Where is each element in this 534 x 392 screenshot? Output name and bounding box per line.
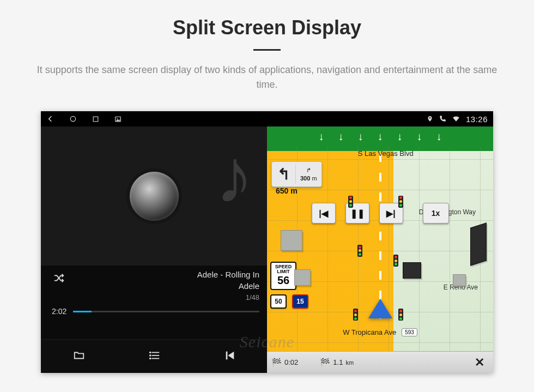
album-art: ♪ xyxy=(41,126,267,266)
traffic-light-icon xyxy=(398,196,403,208)
playlist-button[interactable] xyxy=(135,345,174,368)
recents-icon[interactable] xyxy=(92,116,99,123)
wifi-icon xyxy=(452,115,460,123)
distance-value: 1.1 xyxy=(333,358,343,366)
svg-point-3 xyxy=(117,118,118,119)
lane-arrow-icon: ↓ xyxy=(417,130,422,143)
distance-unit: km xyxy=(345,359,354,366)
svg-rect-1 xyxy=(93,117,98,122)
street-label: W Tropicana Ave xyxy=(343,328,396,336)
shuffle-icon[interactable] xyxy=(52,272,66,286)
navigation-pane[interactable]: ↓ ↓ ↓ ↓ ↓ ↓ ↓ S Las Vegas Blvd Duke Elli… xyxy=(267,126,493,373)
svg-point-8 xyxy=(149,355,150,356)
device-frame: 13:26 ♪ Adele - Rolling In Adele 1/48 xyxy=(41,111,493,373)
turn-next-icon: ↱ xyxy=(306,167,311,174)
phone-icon xyxy=(439,115,446,123)
eta-value: 0:02 xyxy=(284,358,298,366)
building-icon xyxy=(470,222,487,266)
map-playback-controls: |◀ ❚❚ ▶| 1x xyxy=(312,203,449,224)
status-bar: 13:26 xyxy=(41,111,493,126)
lane-guidance: ↓ ↓ ↓ ↓ ↓ ↓ ↓ xyxy=(267,126,493,146)
page-subtitle: It supports the same screen display of t… xyxy=(27,63,507,92)
svg-point-9 xyxy=(149,358,150,359)
svg-rect-10 xyxy=(226,351,227,359)
route-prev-button[interactable]: |◀ xyxy=(312,203,336,224)
svg-point-0 xyxy=(70,116,75,121)
checkered-flag-icon: 🏁 xyxy=(271,358,282,367)
speed-limit-sign: SPEED LIMIT 56 xyxy=(270,262,296,290)
traffic-light-icon xyxy=(348,196,353,208)
close-button[interactable]: ✕ xyxy=(470,355,489,370)
music-note-icon: ♪ xyxy=(215,132,253,220)
svg-marker-11 xyxy=(228,351,234,359)
lane-arrow-icon: ↓ xyxy=(397,130,403,143)
exit-badge: 593 xyxy=(402,328,417,336)
vehicle-cursor-icon xyxy=(368,299,392,318)
track-count: 1/48 xyxy=(197,293,259,303)
checkered-flag-icon: 🏁 xyxy=(320,358,330,367)
turn-next-unit: m xyxy=(312,175,317,182)
clock: 13:26 xyxy=(466,114,488,124)
previous-button[interactable] xyxy=(211,345,249,368)
home-icon[interactable] xyxy=(69,115,77,123)
us-route-shield: 50 xyxy=(270,294,287,309)
turn-primary-icon: ↰ xyxy=(272,162,295,186)
page-title: Split Screen Display xyxy=(173,16,361,39)
folder-button[interactable] xyxy=(59,345,99,368)
lane-arrow-icon: ↓ xyxy=(358,130,363,143)
traffic-light-icon xyxy=(357,245,362,257)
route-speed-button[interactable]: 1x xyxy=(423,203,449,224)
progress-bar[interactable] xyxy=(73,311,259,312)
svg-point-7 xyxy=(149,352,150,353)
traffic-light-icon xyxy=(353,309,358,321)
lane-arrow-icon: ↓ xyxy=(319,130,324,143)
lane-arrow-icon: ↓ xyxy=(436,130,442,143)
elapsed-time: 2:02 xyxy=(52,307,66,316)
building-icon xyxy=(294,269,311,286)
track-title: Adele - Rolling In xyxy=(197,269,259,280)
location-icon xyxy=(427,115,433,123)
building-icon xyxy=(403,262,421,279)
street-label: S Las Vegas Blvd xyxy=(358,149,414,158)
interstate-shield: 15 xyxy=(292,294,308,309)
traffic-light-icon xyxy=(398,309,403,321)
traffic-light-icon xyxy=(393,255,398,267)
music-pane: ♪ Adele - Rolling In Adele 1/48 2:02 xyxy=(41,126,267,373)
playback-knob[interactable] xyxy=(130,172,179,221)
building-icon xyxy=(281,230,302,251)
turn-hint: ↰ ↱ 300 m xyxy=(271,161,322,187)
lane-arrow-icon: ↓ xyxy=(338,130,344,143)
lane-arrow-icon: ↓ xyxy=(378,130,383,143)
building-icon xyxy=(453,274,466,286)
speed-value: 56 xyxy=(271,275,295,286)
title-divider xyxy=(253,49,281,51)
back-icon[interactable] xyxy=(46,115,54,123)
turn-primary-distance: 650 m xyxy=(276,186,298,195)
image-icon[interactable] xyxy=(114,116,122,123)
track-artist: Adele xyxy=(197,280,259,292)
turn-next-dist: 300 xyxy=(300,175,310,182)
map-bottom-bar: 🏁 0:02 🏁 1.1 km ✕ xyxy=(267,351,493,373)
